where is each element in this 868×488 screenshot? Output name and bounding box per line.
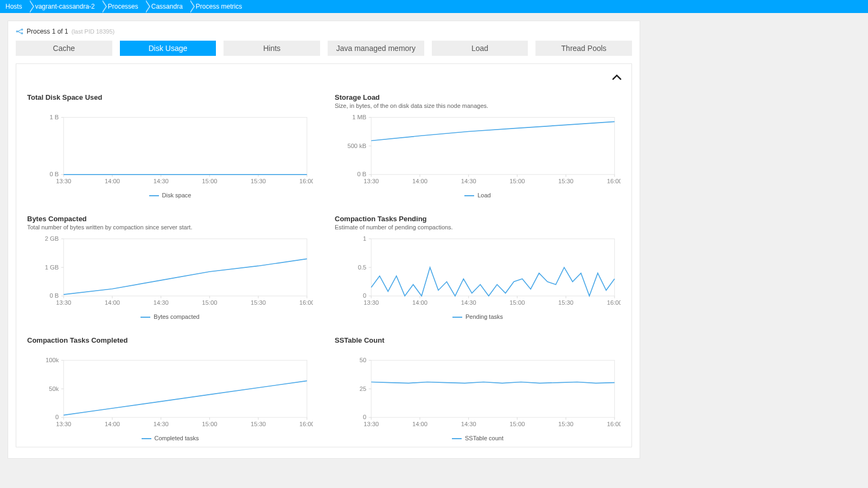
svg-text:14:30: 14:30 bbox=[461, 178, 476, 184]
chart-compaction-pending: Compaction Tasks PendingEstimate of numb… bbox=[335, 215, 621, 320]
svg-text:50k: 50k bbox=[49, 386, 59, 392]
svg-text:14:00: 14:00 bbox=[105, 299, 120, 306]
chart-legend: Pending tasks bbox=[335, 313, 621, 320]
svg-text:15:00: 15:00 bbox=[509, 178, 525, 184]
chart-title: Total Disk Space Used bbox=[27, 93, 313, 101]
svg-text:1 B: 1 B bbox=[49, 114, 59, 120]
svg-point-0 bbox=[16, 31, 17, 32]
svg-text:14:30: 14:30 bbox=[154, 178, 169, 184]
svg-text:15:30: 15:30 bbox=[558, 299, 573, 306]
chart-title: Bytes Compacted bbox=[27, 215, 313, 223]
chart-legend: Completed tasks bbox=[27, 435, 313, 441]
svg-rect-39 bbox=[63, 239, 307, 296]
tab-java-managed-memory[interactable]: Java managed memory bbox=[328, 41, 424, 56]
svg-text:0: 0 bbox=[55, 414, 59, 420]
svg-text:15:30: 15:30 bbox=[251, 178, 266, 184]
svg-text:15:30: 15:30 bbox=[251, 299, 266, 306]
chart-plot[interactable]: 0 B1 B13:3014:0014:3015:0015:3016:00 bbox=[27, 112, 313, 188]
svg-text:15:30: 15:30 bbox=[558, 178, 573, 184]
chart-title: Compaction Tasks Completed bbox=[27, 336, 313, 344]
chart-plot[interactable]: 00.5113:3014:0014:3015:0015:3016:00 bbox=[335, 234, 621, 310]
svg-text:15:00: 15:00 bbox=[202, 421, 217, 427]
breadcrumb-item[interactable]: Processes bbox=[103, 0, 146, 13]
svg-text:14:00: 14:00 bbox=[412, 299, 427, 306]
chart-title: Compaction Tasks Pending bbox=[335, 215, 621, 223]
svg-text:16:00: 16:00 bbox=[607, 299, 621, 306]
chart-subtitle: Size, in bytes, of the on disk data size… bbox=[335, 102, 621, 110]
svg-text:0: 0 bbox=[363, 292, 366, 299]
svg-point-1 bbox=[22, 29, 23, 30]
breadcrumb-item: Process metrics bbox=[190, 0, 250, 13]
svg-text:13:30: 13:30 bbox=[56, 421, 71, 427]
svg-text:13:30: 13:30 bbox=[56, 178, 71, 184]
chart-legend: Load bbox=[335, 192, 621, 198]
tab-disk-usage[interactable]: Disk Usage bbox=[120, 41, 216, 56]
svg-text:1 GB: 1 GB bbox=[45, 264, 59, 271]
svg-rect-3 bbox=[63, 117, 307, 174]
charts-panel: Total Disk Space Used 0 B1 B13:3014:0014… bbox=[16, 63, 632, 447]
chart-storage-load: Storage LoadSize, in bytes, of the on di… bbox=[335, 93, 621, 198]
svg-text:14:30: 14:30 bbox=[154, 299, 169, 306]
svg-rect-77 bbox=[63, 360, 307, 417]
svg-text:15:30: 15:30 bbox=[251, 421, 266, 427]
chart-plot[interactable]: 0255013:3014:0014:3015:0015:3016:00 bbox=[335, 355, 621, 431]
chart-bytes-compacted: Bytes CompactedTotal number of bytes wri… bbox=[27, 215, 313, 320]
process-icon bbox=[16, 28, 23, 35]
svg-text:15:00: 15:00 bbox=[509, 299, 525, 306]
breadcrumb: Hostsvagrant-cassandra-2ProcessesCassand… bbox=[0, 0, 868, 13]
breadcrumb-item[interactable]: vagrant-cassandra-2 bbox=[30, 0, 103, 13]
chart-subtitle bbox=[27, 345, 313, 353]
svg-text:14:00: 14:00 bbox=[105, 178, 120, 184]
tab-cache[interactable]: Cache bbox=[16, 41, 112, 56]
svg-text:13:30: 13:30 bbox=[363, 421, 379, 427]
svg-text:25: 25 bbox=[360, 386, 366, 392]
svg-text:13:30: 13:30 bbox=[363, 299, 379, 306]
process-pid: (last PID 18395) bbox=[72, 28, 114, 35]
svg-rect-96 bbox=[371, 360, 615, 417]
svg-text:13:30: 13:30 bbox=[363, 178, 379, 184]
svg-text:15:00: 15:00 bbox=[202, 299, 217, 306]
svg-text:16:00: 16:00 bbox=[299, 299, 313, 306]
svg-text:1 MB: 1 MB bbox=[352, 114, 366, 120]
svg-text:15:00: 15:00 bbox=[509, 421, 525, 427]
svg-text:2 GB: 2 GB bbox=[45, 235, 59, 242]
chart-subtitle: Estimate of number of pending compaction… bbox=[335, 224, 621, 232]
svg-text:15:30: 15:30 bbox=[558, 421, 573, 427]
chart-legend: Disk space bbox=[27, 192, 313, 198]
page-content: Process 1 of 1 (last PID 18395) CacheDis… bbox=[8, 21, 640, 459]
chart-plot[interactable]: 0 B1 GB2 GB13:3014:0014:3015:0015:3016:0… bbox=[27, 234, 313, 310]
svg-text:14:30: 14:30 bbox=[461, 421, 476, 427]
process-count-label: Process 1 of 1 bbox=[27, 28, 68, 35]
breadcrumb-item[interactable]: Cassandra bbox=[146, 0, 190, 13]
svg-text:0: 0 bbox=[363, 414, 366, 420]
svg-rect-20 bbox=[371, 117, 615, 174]
svg-text:100k: 100k bbox=[46, 357, 59, 363]
metric-tabs: CacheDisk UsageHintsJava managed memoryL… bbox=[16, 41, 632, 56]
svg-text:16:00: 16:00 bbox=[607, 421, 621, 427]
svg-text:14:00: 14:00 bbox=[412, 178, 427, 184]
chart-plot[interactable]: 050k100k13:3014:0014:3015:0015:3016:00 bbox=[27, 355, 313, 431]
chart-compaction-completed: Compaction Tasks Completed 050k100k13:30… bbox=[27, 336, 313, 441]
chevron-up-icon[interactable] bbox=[612, 72, 622, 83]
breadcrumb-item[interactable]: Hosts bbox=[0, 0, 30, 13]
svg-text:13:30: 13:30 bbox=[56, 299, 71, 306]
svg-text:500 kB: 500 kB bbox=[347, 143, 366, 149]
chart-legend: Bytes compacted bbox=[27, 313, 313, 320]
tab-hints[interactable]: Hints bbox=[224, 41, 320, 56]
svg-text:0.5: 0.5 bbox=[358, 264, 367, 271]
tab-thread-pools[interactable]: Thread Pools bbox=[535, 41, 632, 56]
svg-point-2 bbox=[22, 33, 23, 34]
svg-text:14:30: 14:30 bbox=[461, 299, 476, 306]
chart-title: SSTable Count bbox=[335, 336, 621, 344]
chart-legend: SSTable count bbox=[335, 435, 621, 441]
svg-text:14:30: 14:30 bbox=[154, 421, 169, 427]
chart-plot[interactable]: 0 B500 kB1 MB13:3014:0014:3015:0015:3016… bbox=[335, 112, 621, 188]
svg-text:0 B: 0 B bbox=[49, 171, 59, 177]
chart-subtitle bbox=[335, 345, 621, 353]
svg-text:50: 50 bbox=[360, 357, 366, 363]
tab-load[interactable]: Load bbox=[432, 41, 528, 56]
svg-text:0 B: 0 B bbox=[49, 292, 59, 299]
svg-rect-58 bbox=[371, 239, 615, 296]
chart-title: Storage Load bbox=[335, 93, 621, 101]
svg-text:0 B: 0 B bbox=[357, 171, 366, 177]
